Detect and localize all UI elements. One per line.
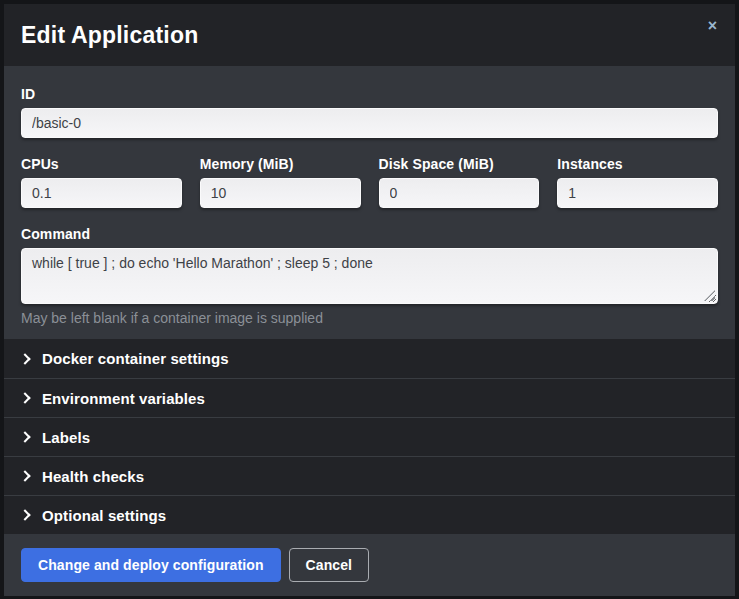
accordion-environment-variables[interactable]: Environment variables	[4, 378, 735, 417]
edit-application-form: ID CPUs Memory (MiB) Disk Space (MiB) In…	[4, 66, 735, 339]
modal-footer: Change and deploy configuration Cancel	[4, 534, 735, 596]
accordion-label: Labels	[42, 429, 90, 446]
accordion-label: Environment variables	[42, 390, 205, 407]
id-field-group: ID	[21, 86, 718, 138]
command-label: Command	[21, 226, 718, 242]
command-field-group: Command while [ true ] ; do echo 'Hello …	[21, 226, 718, 326]
chevron-right-icon	[19, 509, 30, 520]
id-label: ID	[21, 86, 718, 102]
cpus-label: CPUs	[21, 156, 182, 172]
accordion-health-checks[interactable]: Health checks	[4, 456, 735, 495]
cpus-field-group: CPUs	[21, 156, 182, 208]
command-help-text: May be left blank if a container image i…	[21, 310, 718, 326]
chevron-right-icon	[19, 392, 30, 403]
instances-input[interactable]	[557, 178, 718, 208]
chevron-right-icon	[19, 353, 30, 364]
memory-label: Memory (MiB)	[200, 156, 361, 172]
accordion-optional-settings[interactable]: Optional settings	[4, 495, 735, 534]
accordion-docker-container-settings[interactable]: Docker container settings	[4, 339, 735, 378]
cancel-button[interactable]: Cancel	[289, 548, 370, 582]
resources-row: CPUs Memory (MiB) Disk Space (MiB) Insta…	[21, 156, 718, 208]
instances-field-group: Instances	[557, 156, 718, 208]
cpus-input[interactable]	[21, 178, 182, 208]
accordion-label: Health checks	[42, 468, 144, 485]
id-input[interactable]	[21, 108, 718, 138]
modal-title: Edit Application	[21, 22, 198, 49]
accordion-sections: Docker container settings Environment va…	[4, 339, 735, 534]
instances-label: Instances	[557, 156, 718, 172]
disk-input[interactable]	[379, 178, 540, 208]
accordion-label: Docker container settings	[42, 350, 229, 367]
modal-header: Edit Application ×	[4, 4, 735, 66]
chevron-right-icon	[19, 470, 30, 481]
memory-input[interactable]	[200, 178, 361, 208]
disk-label: Disk Space (MiB)	[379, 156, 540, 172]
memory-field-group: Memory (MiB)	[200, 156, 361, 208]
command-textarea[interactable]: while [ true ] ; do echo 'Hello Marathon…	[21, 248, 718, 304]
close-icon: ×	[708, 17, 717, 34]
edit-application-modal: Edit Application × ID CPUs Memory (MiB) …	[0, 0, 739, 599]
disk-field-group: Disk Space (MiB)	[379, 156, 540, 208]
chevron-right-icon	[19, 431, 30, 442]
accordion-labels[interactable]: Labels	[4, 417, 735, 456]
change-and-deploy-button[interactable]: Change and deploy configuration	[21, 548, 281, 582]
accordion-label: Optional settings	[42, 507, 166, 524]
close-button[interactable]: ×	[702, 14, 723, 38]
